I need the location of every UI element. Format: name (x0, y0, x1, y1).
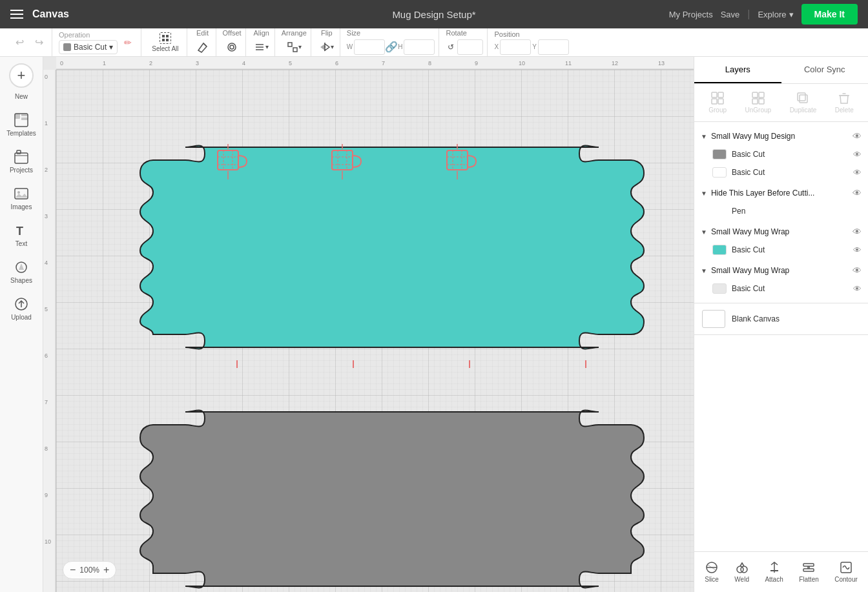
layer-eye-icon-1[interactable]: 👁 (853, 150, 862, 159)
rotate-icon[interactable]: ↺ (446, 38, 456, 56)
zoom-out-button[interactable]: − (70, 564, 76, 576)
sidebar-item-upload[interactable]: Upload (3, 292, 40, 326)
attach-label: Attach (765, 576, 783, 583)
sidebar-item-templates[interactable]: Templates (3, 108, 40, 142)
svg-point-6 (230, 45, 234, 49)
layer-group-mug-design: ▼ Small Wavy Mug Design 👁 Basic Cut 👁 Ba… (694, 127, 868, 181)
flip-button[interactable]: ▾ (318, 38, 336, 56)
align-button[interactable]: ▾ (253, 38, 271, 56)
select-all-button[interactable]: Select All (148, 31, 182, 54)
ungroup-button[interactable]: UnGroup (740, 89, 777, 116)
edit-color-button[interactable]: ✏ (119, 34, 137, 52)
blank-canvas-item[interactable]: Blank Canvas (694, 303, 868, 335)
arrange-label: Arrange (282, 29, 307, 37)
group-button[interactable]: Group (703, 89, 732, 116)
svg-rect-3 (166, 39, 169, 41)
teal-wrap-shape[interactable] (134, 128, 650, 386)
pos-y-input[interactable] (538, 39, 569, 55)
layer-item-basic-cut-gray2[interactable]: Basic Cut 👁 (694, 280, 868, 298)
delete-button[interactable]: Delete (830, 89, 859, 116)
pos-x-input[interactable] (500, 39, 531, 55)
layer-item-pen[interactable]: Pen (694, 202, 868, 220)
eye-icon[interactable]: 👁 (852, 131, 862, 141)
projects-label: Projects (10, 167, 33, 174)
layer-eye-icon-3[interactable]: 👁 (853, 245, 862, 255)
sidebar-item-images[interactable]: Images (3, 181, 40, 216)
canvas-area[interactable]: 0 1 2 3 4 5 6 7 8 9 10 11 12 13 0 1 (43, 57, 694, 592)
undo-button[interactable]: ↩ (10, 34, 28, 52)
svg-text:6: 6 (45, 352, 48, 359)
save-button[interactable]: Save (721, 10, 740, 19)
sidebar-item-shapes[interactable]: Shapes (3, 255, 40, 289)
sidebar-item-projects[interactable]: Projects (3, 145, 40, 179)
zoom-in-button[interactable]: + (103, 564, 109, 576)
new-button[interactable]: + (9, 63, 34, 88)
layer-item-basic-cut-gray[interactable]: Basic Cut 👁 (694, 145, 868, 163)
layer-group-wrap-teal-header[interactable]: ▼ Small Wavy Mug Wrap 👁 (694, 223, 868, 241)
svg-text:7: 7 (45, 399, 48, 405)
layer-group-wrap-gray: ▼ Small Wavy Mug Wrap 👁 Basic Cut 👁 (694, 261, 868, 298)
app-logo: Canvas (32, 8, 69, 20)
svg-rect-51 (218, 150, 238, 170)
right-panel: Layers Color Sync Group UnGroup Duplicat… (694, 57, 868, 592)
align-label: Align (253, 29, 269, 37)
layer-eye-icon-4[interactable]: 👁 (853, 284, 862, 294)
page-title: Mug Design Setup* (392, 9, 475, 20)
main-layout: + New Templates Projects Images T Text S… (0, 57, 868, 592)
layer-item-basic-cut-white[interactable]: Basic Cut 👁 (694, 163, 868, 181)
size-w-input[interactable] (354, 39, 385, 55)
layer-group-wrap-gray-header[interactable]: ▼ Small Wavy Mug Wrap 👁 (694, 261, 868, 280)
tab-layers[interactable]: Layers (694, 57, 781, 83)
tab-color-sync[interactable]: Color Sync (781, 57, 869, 83)
attach-button[interactable]: Attach (760, 558, 788, 586)
chevron-down-icon: ▾ (789, 10, 794, 19)
canvas-content[interactable] (56, 70, 694, 592)
my-projects-link[interactable]: My Projects (669, 10, 713, 19)
eye-icon-hide[interactable]: 👁 (852, 188, 862, 198)
size-h-input[interactable] (404, 39, 435, 55)
eye-icon-wrap-gray[interactable]: 👁 (852, 265, 862, 276)
make-it-button[interactable]: Make It (801, 4, 858, 25)
arrange-button[interactable]: ▾ (285, 38, 303, 56)
redo-button[interactable]: ↪ (30, 34, 48, 52)
offset-button[interactable] (223, 38, 241, 56)
size-lock-icon[interactable]: 🔗 (386, 38, 397, 56)
pos-x-label: X (494, 43, 499, 50)
svg-rect-93 (803, 564, 814, 566)
rotate-group: Rotate ↺ (442, 28, 488, 56)
undo-redo-group: ↩ ↪ (6, 28, 52, 56)
flip-group: Flip ▾ (314, 28, 340, 56)
contour-label: Contour (834, 576, 858, 583)
layer-label-basic-cut-3: Basic Cut (732, 245, 848, 254)
contour-button[interactable]: Contour (829, 558, 863, 586)
layer-item-basic-cut-teal[interactable]: Basic Cut 👁 (694, 241, 868, 259)
explore-button[interactable]: Explore ▾ (758, 10, 793, 19)
operation-select[interactable]: Basic Cut ▾ (59, 40, 118, 54)
svg-text:2: 2 (45, 167, 48, 173)
layer-group-hide-header[interactable]: ▼ Hide This Layer Before Cutti... 👁 (694, 184, 868, 202)
sidebar-item-text[interactable]: T Text (3, 218, 40, 252)
svg-text:4: 4 (45, 260, 48, 266)
templates-icon (14, 113, 28, 127)
layer-eye-icon-2[interactable]: 👁 (853, 168, 862, 178)
nav-right-actions: My Projects Save | Explore ▾ Make It (669, 4, 858, 25)
weld-button[interactable]: Weld (729, 558, 754, 586)
rotate-input[interactable] (457, 39, 483, 55)
group-title-wrap-teal: Small Wavy Mug Wrap (711, 227, 849, 236)
layers-list: ▼ Small Wavy Mug Design 👁 Basic Cut 👁 Ba… (694, 122, 868, 551)
slice-button[interactable]: Slice (699, 558, 724, 586)
layer-swatch-light-gray (712, 283, 727, 294)
eye-icon-wrap-teal[interactable]: 👁 (852, 227, 862, 237)
gray-wrap-shape[interactable] (134, 393, 650, 592)
svg-rect-13 (15, 114, 20, 119)
new-label: New (15, 93, 28, 100)
hamburger-menu[interactable] (10, 10, 23, 19)
edit-button[interactable] (194, 38, 212, 56)
flatten-button[interactable]: Flatten (794, 558, 824, 586)
layer-group-mug-design-header[interactable]: ▼ Small Wavy Mug Design 👁 (694, 127, 868, 145)
alignment-ticks (211, 360, 625, 373)
select-all-icon (160, 32, 171, 44)
zoom-controls: − 100% + (63, 561, 116, 579)
duplicate-button[interactable]: Duplicate (785, 89, 822, 116)
images-label: Images (11, 203, 32, 210)
